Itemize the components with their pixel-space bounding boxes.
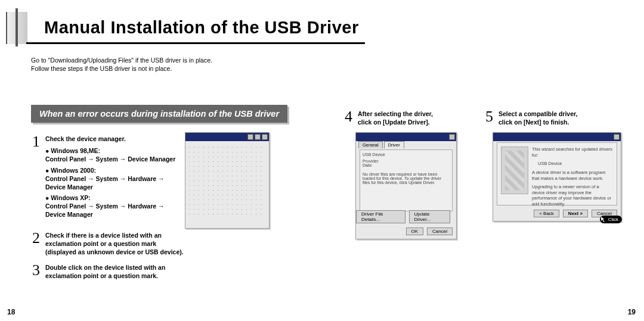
click-callout: Click [600,216,622,223]
wizard-icon [501,147,528,194]
step-number: 2 [32,227,40,248]
next-button[interactable]: Next > [563,210,588,217]
window-titlebar [356,133,456,141]
driver-note: No driver files are required or have bee… [363,172,450,185]
step-number: 5 [485,106,493,127]
provider-label: Provider: [363,159,450,163]
section-banner: When an error occurs during installation… [31,105,287,123]
wizard-line: Upgrading to a newer version of a device… [532,184,613,207]
screenshot-device-manager [185,132,270,229]
step-number: 4 [345,106,352,127]
os-path: Control Panel → System → Hardware → Devi… [45,202,182,219]
page-title: Manual Installation of the USB Driver [26,14,365,44]
step-number: 1 [32,131,40,152]
step-number: 3 [32,260,40,281]
window-titlebar [185,133,269,141]
wizard-line: A device driver is a software program th… [532,170,613,182]
step-text: After selecting the driver, [358,110,465,118]
wizard-panel: This wizard searches for updated drivers… [497,142,617,205]
cancel-button[interactable]: Cancel [427,227,453,235]
step-4: 4 After selecting the driver, click on [… [358,110,465,126]
os-name: Windows 98,ME: [45,147,100,154]
step-2: 2 Check if there is a device listed with… [45,231,200,257]
intro-line: Follow these steps if the USB driver is … [31,64,212,73]
screenshot-usb-properties: General Driver USB Device Provider: Date… [355,132,457,239]
step-text: Double click on the device listed with a… [45,263,200,272]
step-text: Check if there is a device listed with a… [45,231,200,239]
tab-general[interactable]: General [358,141,383,148]
screenshot-update-wizard: This wizard searches for updated drivers… [493,132,621,222]
intro-text: Go to "Downloading/Uploading Files" if t… [31,56,212,73]
update-driver-button[interactable]: Update Driver... [409,210,450,223]
tab-strip: General Driver [358,141,404,148]
wizard-device: USB Device [532,161,613,167]
ok-button[interactable]: OK [406,227,424,235]
page-number-right: 19 [628,308,636,316]
device-tree [185,141,269,220]
step-text: exclamation point or a question mark [45,239,200,248]
page-header: Manual Installation of the USB Driver [26,14,324,44]
step-text: Select a compatible driver, [499,110,618,118]
window-titlebar [493,133,621,141]
step-text: click on [Update Driver]. [358,118,465,126]
step-text: (displayed as unknown device or USB devi… [45,248,200,256]
driver-details-button[interactable]: Driver File Details... [356,210,405,223]
wizard-text: This wizard searches for updated drivers… [532,147,613,201]
os-path: Control Panel → System → Device Manager [45,155,182,163]
device-label: USB Device [363,152,450,157]
properties-panel: USB Device Provider: Date: No driver fil… [360,149,453,211]
step-1: 1 Check the device manager. Windows 98,M… [45,135,182,222]
step-3: 3 Double click on the device listed with… [45,263,200,280]
step-text: click on [Next] to finish. [499,118,618,126]
step-5: 5 Select a compatible driver, click on [… [499,110,618,126]
back-button[interactable]: < Back [534,210,559,217]
os-name: Windows 2000: [45,167,96,174]
intro-line: Go to "Downloading/Uploading Files" if t… [31,56,212,64]
os-name: Windows XP: [45,194,91,201]
date-label: Date: [363,163,450,167]
wizard-line: This wizard searches for updated drivers… [532,147,613,158]
os-path: Control Panel → System → Hardware → Devi… [45,174,182,191]
header-decoration [6,12,27,44]
page-number-left: 18 [7,308,15,316]
step-title: Check the device manager. [45,135,182,143]
tab-driver[interactable]: Driver [384,141,404,148]
step-text: exclamation point or a question mark. [45,272,200,280]
